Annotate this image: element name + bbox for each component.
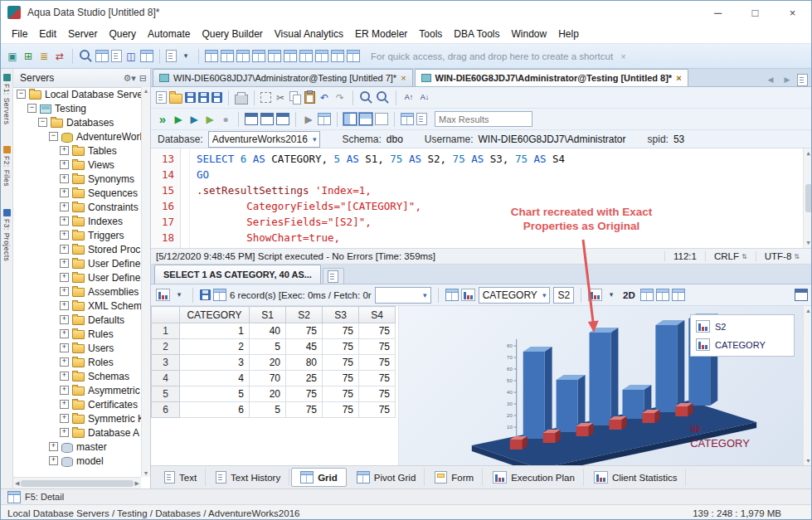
- tree-node-indexes[interactable]: +Indexes: [13, 214, 141, 228]
- decrease-font-icon[interactable]: A↓: [418, 91, 431, 104]
- document-tab-2[interactable]: WIN-DIE60G8JDJ7\Administrator@Testing [U…: [415, 69, 688, 86]
- table-row[interactable]: 3320807575: [152, 355, 396, 371]
- scroll-down-icon[interactable]: ▼: [805, 458, 811, 464]
- menu-edit[interactable]: Edit: [33, 26, 62, 42]
- collapse-panel-icon[interactable]: ⊟: [139, 73, 147, 84]
- expand-toggle-icon[interactable]: +: [60, 386, 69, 395]
- expand-toggle-icon[interactable]: +: [60, 273, 69, 282]
- expand-toggle-icon[interactable]: +: [60, 146, 69, 155]
- import-export-connections-icon[interactable]: ⇄: [53, 50, 66, 63]
- expand-toggle-icon[interactable]: +: [60, 188, 69, 197]
- tree-node-users[interactable]: +Users: [13, 341, 141, 355]
- execute-procedure-icon[interactable]: ▶: [302, 113, 315, 126]
- cut-icon[interactable]: ✂: [274, 91, 287, 104]
- scroll-up-icon[interactable]: ▲: [806, 150, 810, 157]
- grid-tool-3-icon[interactable]: [236, 50, 250, 62]
- results-grid[interactable]: CATEGORYS1S2S3S4114075757522545757533208…: [151, 306, 398, 465]
- menu-query[interactable]: Query: [103, 26, 142, 42]
- close-tab-icon[interactable]: ×: [676, 73, 681, 83]
- expand-toggle-icon[interactable]: +: [60, 216, 69, 226]
- maximize-results-icon[interactable]: [795, 289, 808, 301]
- grid-cell[interactable]: 80: [286, 355, 323, 371]
- grid-cell[interactable]: 75: [323, 386, 359, 402]
- grid-cell[interactable]: 75: [359, 402, 396, 418]
- pivot-table-icon[interactable]: [445, 289, 459, 301]
- grid-cell[interactable]: 75: [323, 402, 359, 418]
- open-file-icon[interactable]: [169, 94, 182, 104]
- table-row[interactable]: 5520757575: [152, 386, 396, 402]
- grid-cell[interactable]: 75: [323, 371, 359, 386]
- table-data-icon[interactable]: [140, 50, 153, 62]
- execute-all-icon[interactable]: »: [156, 113, 169, 126]
- minimize-button[interactable]: ─: [699, 1, 737, 24]
- tree-node-roles[interactable]: +Roles: [13, 355, 141, 369]
- maximize-button[interactable]: □: [737, 1, 774, 24]
- servers-vertical-scrollbar[interactable]: ▲ ▼: [141, 87, 150, 477]
- expand-toggle-icon[interactable]: +: [60, 400, 69, 409]
- hint-close-icon[interactable]: ×: [620, 51, 625, 61]
- layout-editor-left-icon[interactable]: [260, 113, 274, 125]
- expand-toggle-icon[interactable]: +: [60, 343, 69, 352]
- grid-cell[interactable]: 75: [359, 339, 396, 355]
- tree-node-asymmetric[interactable]: +Asymmetric: [13, 383, 141, 397]
- encoding-selector[interactable]: UTF-8⇅: [756, 251, 808, 261]
- unsplit-tab-icon[interactable]: [375, 113, 388, 125]
- layout-editor-top-icon[interactable]: [245, 113, 258, 125]
- save-file-as-icon[interactable]: [198, 92, 209, 103]
- expand-toggle-icon[interactable]: +: [49, 442, 58, 451]
- results-vertical-scrollbar[interactable]: ▲ ▼: [803, 306, 812, 465]
- split-tab-vertical-icon[interactable]: [359, 113, 372, 125]
- row-header[interactable]: 4: [152, 371, 180, 386]
- export-results-icon[interactable]: [200, 289, 211, 300]
- grid-column-header[interactable]: S1: [250, 307, 286, 323]
- chart-type-icon[interactable]: [156, 289, 170, 301]
- tree-node-adventurework[interactable]: −AdventureWork: [13, 129, 141, 143]
- close-tab-icon[interactable]: ×: [401, 73, 406, 83]
- grid-tool-5-icon[interactable]: [268, 50, 281, 62]
- connect-server-icon[interactable]: ▣: [6, 50, 19, 63]
- grid-cell[interactable]: 75: [359, 386, 396, 402]
- tab-pivot-grid[interactable]: Pivot Grid: [348, 469, 425, 486]
- explain-plan-icon[interactable]: [318, 113, 331, 125]
- grid-tool-8-icon[interactable]: [315, 50, 328, 62]
- grid-column-header[interactable]: CATEGORY: [180, 307, 250, 323]
- tree-node-user-define[interactable]: +User Define: [13, 256, 141, 270]
- expand-toggle-icon[interactable]: +: [60, 301, 69, 310]
- document-dropdown-icon[interactable]: ▾: [179, 50, 192, 63]
- grid-tool-10-icon[interactable]: [347, 50, 360, 62]
- tree-node-views[interactable]: +Views: [13, 158, 141, 172]
- menu-file[interactable]: File: [6, 26, 33, 42]
- grid-cell[interactable]: 75: [359, 355, 396, 371]
- menu-er-modeler[interactable]: ER Modeler: [349, 26, 413, 42]
- execute-edit-icon[interactable]: ▶: [203, 113, 216, 126]
- panel-tab-f1-servers[interactable]: F1: Servers: [2, 74, 11, 124]
- prev-tab-icon[interactable]: ◀: [764, 73, 777, 86]
- tree-node-schemas[interactable]: +Schemas: [13, 369, 141, 383]
- editor-vertical-scrollbar[interactable]: ▲ ▼: [803, 148, 812, 248]
- tree-node-stored-proc[interactable]: +Stored Proc: [13, 242, 141, 256]
- print-icon[interactable]: [235, 95, 248, 104]
- grid-cell[interactable]: 20: [250, 355, 286, 371]
- er-modeler-icon[interactable]: ◫: [124, 50, 138, 63]
- split-tab-horizontal-icon[interactable]: [343, 113, 357, 125]
- paste-icon[interactable]: [304, 91, 315, 104]
- series-field-combo[interactable]: S2: [553, 287, 574, 304]
- table-row[interactable]: 665757575: [152, 402, 396, 418]
- grid-cell[interactable]: 3: [180, 355, 250, 371]
- grid-tool-1-icon[interactable]: [205, 50, 218, 62]
- tree-node-sequences[interactable]: +Sequences: [13, 186, 141, 200]
- tree-node-master[interactable]: +master: [13, 440, 141, 454]
- table-row[interactable]: 1140757575: [152, 323, 396, 339]
- scroll-left-icon[interactable]: ◀: [15, 480, 19, 487]
- chart-grid-toggle-icon[interactable]: [640, 289, 654, 301]
- expand-toggle-icon[interactable]: +: [60, 315, 69, 324]
- grid-cell[interactable]: 5: [250, 402, 286, 418]
- menu-tools[interactable]: Tools: [413, 26, 448, 42]
- panel-tab-f2-files[interactable]: F2: Files: [2, 146, 11, 187]
- next-tab-icon[interactable]: ▶: [780, 73, 794, 86]
- expand-toggle-icon[interactable]: +: [60, 231, 69, 240]
- results-tab[interactable]: SELECT 1 AS CATEGORY, 40 AS...: [154, 265, 321, 284]
- transaction-log-icon[interactable]: [416, 113, 427, 125]
- tree-node-model[interactable]: +model: [13, 454, 141, 468]
- filter-combo[interactable]: ▾: [375, 287, 431, 304]
